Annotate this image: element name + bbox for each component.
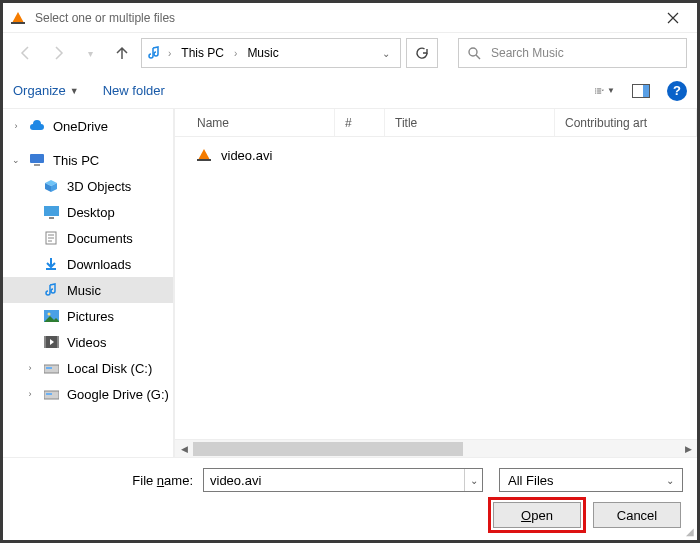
recent-locations-button[interactable]: ▾ — [77, 40, 103, 66]
chevron-down-icon: ▼ — [607, 86, 615, 95]
close-button[interactable] — [653, 4, 693, 32]
arrow-left-icon — [17, 44, 35, 62]
chevron-right-icon: › — [166, 48, 173, 59]
filename-dropdown[interactable]: ⌄ — [464, 469, 482, 491]
breadcrumb-music[interactable]: Music — [243, 44, 282, 62]
sidebar-item-label: Local Disk (C:) — [67, 361, 152, 376]
cloud-icon — [29, 118, 45, 134]
column-headers: Name # Title Contributing art — [175, 109, 697, 137]
close-icon — [667, 12, 679, 24]
column-contributing[interactable]: Contributing art — [555, 109, 697, 136]
file-row[interactable]: video.avi — [175, 143, 697, 167]
view-options-button[interactable]: ▼ — [595, 81, 615, 101]
organize-menu[interactable]: Organize ▼ — [13, 83, 79, 98]
scroll-left-icon[interactable]: ◀ — [175, 440, 193, 457]
column-name[interactable]: Name — [175, 109, 335, 136]
file-type-filter[interactable]: All Files ⌄ — [499, 468, 683, 492]
preview-pane-icon — [632, 84, 650, 98]
sidebar-scrollbar[interactable]: ▲ ▼ — [173, 109, 175, 457]
sidebar-item-googledrive[interactable]: › Google Drive (G:) — [3, 381, 173, 407]
expand-icon[interactable]: › — [11, 121, 21, 131]
filename-combo[interactable]: ⌄ — [203, 468, 483, 492]
file-name: video.avi — [221, 148, 272, 163]
main-area: › OneDrive ⌄ This PC 3D Objects — [3, 109, 697, 457]
file-pane: Name # Title Contributing art video.avi … — [175, 109, 697, 457]
picture-icon — [43, 308, 59, 324]
open-button[interactable]: Open — [493, 502, 581, 528]
svg-rect-8 — [643, 85, 649, 97]
svg-rect-21 — [46, 367, 52, 369]
sidebar-item-label: Documents — [67, 231, 133, 246]
filename-input[interactable] — [204, 473, 464, 488]
svg-point-16 — [47, 313, 50, 316]
nav-row: ▾ › This PC › Music ⌄ — [3, 33, 697, 73]
sidebar-item-label: OneDrive — [53, 119, 108, 134]
breadcrumb-this-pc[interactable]: This PC — [177, 44, 228, 62]
expand-icon[interactable]: › — [25, 389, 35, 399]
arrow-up-icon — [114, 45, 130, 61]
sidebar-item-localdisk[interactable]: › Local Disk (C:) — [3, 355, 173, 381]
arrow-right-icon — [49, 44, 67, 62]
chevron-right-icon: › — [232, 48, 239, 59]
svg-rect-11 — [44, 206, 59, 216]
forward-button[interactable] — [45, 40, 71, 66]
file-open-dialog: Select one or multiple files ▾ › This PC… — [0, 0, 700, 543]
search-input[interactable] — [489, 45, 678, 61]
toolbar: Organize ▼ New folder ▼ ? — [3, 73, 697, 109]
cube-icon — [43, 178, 59, 194]
navigation-pane: › OneDrive ⌄ This PC 3D Objects — [3, 109, 175, 457]
sidebar-item-documents[interactable]: Documents — [3, 225, 173, 251]
chevron-down-icon: ▼ — [70, 86, 79, 96]
sidebar-item-music[interactable]: Music — [3, 277, 173, 303]
column-number[interactable]: # — [335, 109, 385, 136]
refresh-button[interactable] — [406, 38, 438, 68]
column-title[interactable]: Title — [385, 109, 555, 136]
scrollbar-thumb[interactable] — [193, 442, 463, 456]
help-button[interactable]: ? — [667, 81, 687, 101]
svg-rect-1 — [595, 88, 596, 89]
new-folder-button[interactable]: New folder — [103, 83, 165, 98]
sidebar-item-onedrive[interactable]: › OneDrive — [3, 113, 173, 139]
scroll-up-icon[interactable]: ▲ — [174, 109, 175, 125]
disk-icon — [43, 360, 59, 376]
sidebar-item-pictures[interactable]: Pictures — [3, 303, 173, 329]
search-icon — [467, 46, 481, 60]
sidebar-item-downloads[interactable]: Downloads — [3, 251, 173, 277]
svg-point-0 — [469, 48, 477, 56]
scroll-right-icon[interactable]: ▶ — [679, 440, 697, 457]
sidebar-item-desktop[interactable]: Desktop — [3, 199, 173, 225]
sidebar-item-thispc[interactable]: ⌄ This PC — [3, 147, 173, 173]
address-dropdown[interactable]: ⌄ — [376, 48, 396, 59]
sidebar-item-label: This PC — [53, 153, 99, 168]
expand-icon[interactable]: ⌄ — [11, 155, 21, 165]
sidebar-item-3dobjects[interactable]: 3D Objects — [3, 173, 173, 199]
svg-rect-10 — [34, 164, 40, 166]
chevron-down-icon: ▾ — [88, 48, 93, 59]
resize-grip-icon[interactable]: ◢ — [686, 526, 694, 537]
sidebar-item-label: Music — [67, 283, 101, 298]
expand-icon[interactable]: › — [25, 363, 35, 373]
sidebar-item-label: 3D Objects — [67, 179, 131, 194]
chevron-down-icon: ⌄ — [666, 475, 674, 486]
bottom-panel: File name: ⌄ All Files ⌄ Open Cancel ◢ — [3, 457, 697, 540]
file-list[interactable]: video.avi — [175, 137, 697, 439]
scroll-down-icon[interactable]: ▼ — [174, 441, 175, 457]
sidebar-item-label: Videos — [67, 335, 107, 350]
svg-rect-19 — [57, 336, 59, 348]
back-button[interactable] — [13, 40, 39, 66]
sidebar-item-videos[interactable]: Videos — [3, 329, 173, 355]
video-icon — [43, 334, 59, 350]
search-box[interactable] — [458, 38, 687, 68]
cancel-button[interactable]: Cancel — [593, 502, 681, 528]
download-icon — [43, 256, 59, 272]
svg-rect-2 — [597, 88, 601, 89]
up-button[interactable] — [109, 40, 135, 66]
pc-icon — [29, 152, 45, 168]
preview-pane-button[interactable] — [631, 81, 651, 101]
window-title: Select one or multiple files — [35, 11, 653, 25]
refresh-icon — [415, 46, 429, 60]
svg-rect-3 — [595, 90, 596, 91]
address-bar[interactable]: › This PC › Music ⌄ — [141, 38, 401, 68]
music-icon — [146, 45, 162, 61]
horizontal-scrollbar[interactable]: ◀ ▶ — [175, 439, 697, 457]
